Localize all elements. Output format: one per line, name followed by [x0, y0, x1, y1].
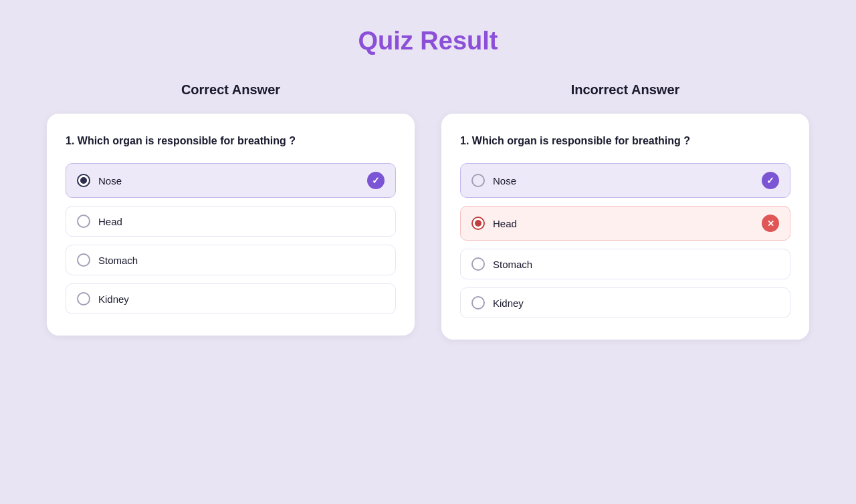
columns-wrapper: Correct Answer 1. Which organ is respons… — [47, 82, 809, 340]
correct-option-3-label: Stomach — [98, 255, 138, 266]
incorrect-option-3-label: Stomach — [493, 259, 532, 270]
incorrect-option-1-left: Nose — [471, 174, 516, 187]
incorrect-radio-1 — [471, 174, 485, 187]
correct-radio-1 — [77, 174, 90, 187]
correct-option-3: Stomach — [66, 245, 396, 275]
correct-check-icon-1 — [367, 172, 385, 189]
correct-option-4-left: Kidney — [77, 292, 129, 305]
incorrect-option-1: Nose — [460, 163, 790, 198]
correct-radio-2 — [77, 215, 90, 228]
incorrect-answer-card: 1. Which organ is responsible for breath… — [441, 114, 809, 340]
incorrect-option-3-left: Stomach — [471, 257, 532, 271]
correct-radio-3 — [77, 253, 90, 267]
incorrect-column-header: Incorrect Answer — [571, 82, 680, 98]
incorrect-radio-2 — [471, 217, 485, 230]
page-title: Quiz Result — [358, 27, 498, 55]
incorrect-question: 1. Which organ is responsible for breath… — [460, 135, 790, 147]
incorrect-option-2-left: Head — [471, 217, 517, 230]
correct-question: 1. Which organ is responsible for breath… — [66, 135, 396, 147]
incorrect-option-2-label: Head — [493, 218, 517, 229]
incorrect-option-4-label: Kidney — [493, 297, 524, 309]
correct-option-2: Head — [66, 206, 396, 237]
correct-option-2-left: Head — [77, 215, 122, 228]
correct-options-list: Nose Head Stomach — [66, 163, 396, 314]
correct-column-header: Correct Answer — [181, 82, 280, 98]
incorrect-options-list: Nose Head Stomach — [460, 163, 790, 318]
incorrect-check-icon-1 — [762, 172, 779, 189]
correct-option-3-left: Stomach — [77, 253, 138, 267]
correct-option-4-label: Kidney — [98, 293, 129, 305]
incorrect-cross-icon-2 — [762, 215, 779, 232]
correct-option-1: Nose — [66, 163, 396, 198]
correct-option-4: Kidney — [66, 283, 396, 314]
incorrect-option-1-label: Nose — [493, 175, 516, 186]
correct-option-1-label: Nose — [98, 175, 122, 186]
incorrect-column: Incorrect Answer 1. Which organ is respo… — [441, 82, 809, 340]
incorrect-radio-3 — [471, 257, 485, 271]
correct-radio-4 — [77, 292, 90, 305]
correct-option-2-label: Head — [98, 216, 122, 227]
correct-column: Correct Answer 1. Which organ is respons… — [47, 82, 415, 340]
incorrect-radio-4 — [471, 296, 485, 309]
incorrect-option-2: Head — [460, 206, 790, 241]
correct-option-1-left: Nose — [77, 174, 122, 187]
incorrect-option-3: Stomach — [460, 249, 790, 279]
incorrect-option-4-left: Kidney — [471, 296, 524, 309]
correct-answer-card: 1. Which organ is responsible for breath… — [47, 114, 415, 336]
incorrect-option-4: Kidney — [460, 287, 790, 318]
